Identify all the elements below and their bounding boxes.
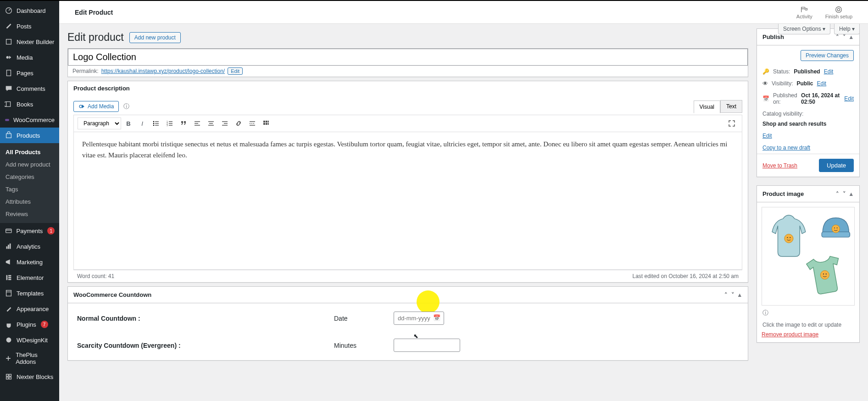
help-icon[interactable]: ⓘ bbox=[762, 307, 855, 319]
permalink-url[interactable]: https://kaushal.instawp.xyz/product/logo… bbox=[101, 68, 225, 74]
svg-point-17 bbox=[6, 338, 11, 343]
editor-content[interactable]: Pellentesque habitant morbi tristique se… bbox=[73, 132, 742, 270]
add-new-product-button[interactable]: Add new product bbox=[129, 32, 181, 43]
update-button[interactable]: Update bbox=[819, 159, 854, 172]
sidebar-item-nexter-builder[interactable]: Nexter Builder bbox=[0, 34, 59, 50]
sidebar-item-nexterblocks[interactable]: Nexter Blocks bbox=[0, 369, 59, 384]
toggle-box-icon[interactable]: ▴ bbox=[737, 290, 742, 299]
sidebar-item-theplus[interactable]: ThePlus Addons bbox=[0, 348, 59, 369]
toolbar-toggle-button[interactable] bbox=[260, 117, 273, 130]
sidebar-item-posts[interactable]: Posts bbox=[0, 18, 59, 34]
megaphone-icon bbox=[5, 258, 13, 266]
text-tab[interactable]: Text bbox=[720, 100, 742, 113]
sidebar-item-plugins[interactable]: Plugins7 bbox=[0, 317, 59, 332]
sidebar-item-marketing[interactable]: Marketing bbox=[0, 254, 59, 270]
move-up-icon[interactable]: ˄ bbox=[835, 189, 840, 198]
move-up-icon[interactable]: ˄ bbox=[723, 290, 729, 299]
svg-rect-5 bbox=[6, 134, 11, 138]
scarcity-countdown-label: Scarcity Countdown (Evergreen) : bbox=[77, 342, 334, 349]
italic-button[interactable]: I bbox=[136, 117, 149, 130]
box-title: Product description bbox=[73, 85, 130, 92]
more-button[interactable] bbox=[246, 117, 259, 130]
sidebar-item-books[interactable]: Books bbox=[0, 96, 59, 112]
svg-point-2 bbox=[6, 56, 9, 58]
preview-changes-button[interactable]: Preview Changes bbox=[801, 50, 854, 61]
help-toggle[interactable]: Help ▾ bbox=[834, 24, 860, 34]
quote-button[interactable] bbox=[177, 117, 190, 130]
move-down-icon[interactable]: ˅ bbox=[730, 290, 735, 299]
product-image[interactable] bbox=[762, 207, 855, 306]
format-select[interactable]: Paragraph bbox=[78, 117, 121, 129]
bold-button[interactable]: B bbox=[122, 117, 135, 130]
sidebar-item-media[interactable]: Media bbox=[0, 50, 59, 65]
copy-draft-link[interactable]: Copy to a new draft bbox=[762, 145, 810, 151]
screen-options-toggle[interactable]: Screen Options ▾ bbox=[778, 24, 830, 34]
submenu-all-products[interactable]: All Products bbox=[0, 146, 59, 158]
svg-point-64 bbox=[823, 273, 824, 274]
svg-point-22 bbox=[836, 6, 842, 12]
edit-visibility-link[interactable]: Edit bbox=[817, 80, 826, 87]
sidebar-item-elementor[interactable]: Elementor bbox=[0, 270, 59, 285]
product-title-input[interactable] bbox=[68, 49, 748, 66]
submenu-add-new[interactable]: Add new product bbox=[0, 158, 59, 171]
product-icon bbox=[5, 131, 13, 139]
submenu-tags[interactable]: Tags bbox=[0, 183, 59, 195]
dashboard-icon bbox=[5, 6, 13, 15]
align-center-button[interactable] bbox=[205, 117, 217, 130]
move-to-trash-link[interactable]: Move to Trash bbox=[762, 162, 797, 169]
date-label: Date bbox=[334, 315, 394, 322]
svg-rect-11 bbox=[6, 275, 8, 280]
edit-date-link[interactable]: Edit bbox=[844, 95, 854, 102]
comment-icon bbox=[5, 84, 13, 93]
nb-icon bbox=[5, 373, 13, 381]
remove-image-link[interactable]: Remove product image bbox=[762, 331, 818, 338]
sidebar-item-woocommerce[interactable]: WooCommerce bbox=[0, 112, 59, 128]
activity-link[interactable]: Activity bbox=[796, 6, 812, 19]
svg-rect-3 bbox=[7, 70, 11, 76]
sidebar-item-pages[interactable]: Pages bbox=[0, 65, 59, 81]
woo-icon bbox=[5, 116, 10, 124]
normal-countdown-label: Normal Countdown : bbox=[77, 315, 334, 322]
calendar-icon[interactable]: 📅 bbox=[433, 314, 440, 321]
align-left-button[interactable] bbox=[191, 117, 204, 130]
visual-tab[interactable]: Visual bbox=[694, 100, 720, 113]
move-down-icon[interactable]: ˅ bbox=[842, 189, 847, 198]
sidebar-item-products[interactable]: Products bbox=[0, 128, 59, 143]
badge-count: 7 bbox=[41, 321, 48, 328]
svg-point-60 bbox=[832, 225, 840, 233]
submenu-attributes[interactable]: Attributes bbox=[0, 195, 59, 208]
sidebar-item-comments[interactable]: Comments bbox=[0, 81, 59, 96]
svg-point-65 bbox=[826, 273, 827, 274]
page-icon bbox=[5, 69, 13, 77]
edit-permalink-button[interactable]: Edit bbox=[228, 67, 243, 75]
sidebar-item-dashboard[interactable]: Dashboard bbox=[0, 3, 59, 18]
link-button[interactable] bbox=[232, 117, 245, 130]
submenu-categories[interactable]: Categories bbox=[0, 171, 59, 183]
edit-catalog-link[interactable]: Edit bbox=[762, 133, 772, 139]
svg-point-23 bbox=[838, 8, 840, 11]
badge-count: 1 bbox=[47, 227, 55, 234]
bullet-list-button[interactable] bbox=[150, 117, 162, 130]
svg-rect-54 bbox=[268, 123, 269, 125]
edit-status-link[interactable]: Edit bbox=[824, 68, 834, 75]
sidebar-item-appearance[interactable]: Appearance bbox=[0, 301, 59, 317]
submenu-reviews[interactable]: Reviews bbox=[0, 208, 59, 220]
image-help-text: Click the image to edit or update bbox=[762, 319, 855, 331]
sidebar-item-analytics[interactable]: Analytics bbox=[0, 239, 59, 254]
sidebar-item-wdesignkit[interactable]: WDesignKit bbox=[0, 332, 59, 348]
add-media-button[interactable]: Add Media bbox=[73, 101, 119, 112]
countdown-minutes-input[interactable] bbox=[394, 339, 460, 352]
brush-icon bbox=[5, 305, 13, 313]
help-icon[interactable]: ⓘ bbox=[123, 102, 129, 111]
sidebar-item-templates[interactable]: Templates bbox=[0, 285, 59, 301]
toggle-box-icon[interactable]: ▴ bbox=[849, 189, 854, 198]
fullscreen-button[interactable] bbox=[725, 117, 738, 130]
heading: Edit product bbox=[67, 31, 124, 44]
align-right-button[interactable] bbox=[218, 117, 231, 130]
numbered-list-button[interactable]: 123 bbox=[163, 117, 176, 130]
finish-setup-link[interactable]: Finish setup bbox=[825, 6, 852, 19]
sidebar-item-payments[interactable]: Payments1 bbox=[0, 223, 59, 239]
key-icon: 🔑 bbox=[762, 68, 769, 75]
wd-icon bbox=[5, 336, 13, 344]
svg-rect-8 bbox=[6, 246, 8, 249]
